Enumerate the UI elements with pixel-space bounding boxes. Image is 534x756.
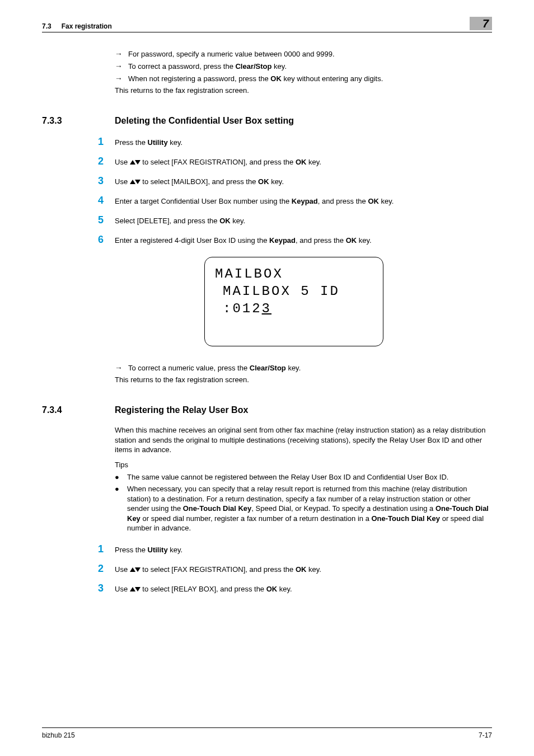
triangle-down-icon: [135, 180, 140, 184]
step-733-2: 2 Use to select [FAX REGISTRATION], and …: [115, 156, 492, 167]
triangle-down-icon: [135, 160, 140, 165]
section-heading-733: 7.3.3 Deleting the Confidential User Box…: [115, 116, 492, 126]
bullet-dot-icon: ●: [115, 472, 127, 482]
step-number: 3: [98, 583, 115, 594]
step-number: 6: [98, 234, 115, 246]
tips-bullets: ● The same value cannot be registered be…: [115, 472, 492, 533]
section-heading-734: 7.3.4 Registering the Relay User Box: [115, 405, 492, 415]
step-number: 2: [98, 156, 115, 167]
step-number: 3: [98, 175, 115, 187]
bullet-dot-icon: ●: [115, 484, 127, 533]
tip-bullet-1: ● The same value cannot be registered be…: [115, 472, 492, 482]
intro-bullet-2: → To correct a password, press the Clear…: [115, 62, 492, 71]
intro-bullet-3: → When not registering a password, press…: [115, 74, 492, 83]
arrow-icon: →: [115, 363, 123, 372]
step-number: 5: [98, 214, 115, 226]
step-734-1: 1 Press the Utility key.: [115, 543, 492, 555]
arrow-icon: →: [115, 74, 123, 83]
step-number: 2: [98, 563, 115, 575]
intro-text-2: To correct a password, press the Clear/S…: [128, 62, 492, 71]
arrow-icon: →: [115, 49, 123, 58]
step-number: 1: [98, 543, 115, 555]
section-734-intro-para: When this machine receives an original s…: [115, 425, 492, 455]
header-section-title: Fax registration: [62, 22, 112, 30]
intro-return-text: This returns to the fax registration scr…: [115, 86, 492, 95]
step-number: 1: [98, 136, 115, 148]
intro-text-1: For password, specify a numeric value be…: [128, 50, 492, 58]
section-title-734: Registering the Relay User Box: [115, 405, 248, 415]
lcd-line-1: MAILBOX: [215, 265, 373, 283]
tip-bullet-2: ● When necessary, you can specify that a…: [115, 484, 492, 533]
chapter-badge: 7: [470, 17, 492, 30]
triangle-down-icon: [135, 587, 140, 591]
triangle-down-icon: [135, 567, 140, 572]
post-lcd-plain: This returns to the fax registration scr…: [115, 375, 492, 384]
header-section-number: 7.3: [42, 22, 51, 30]
footer-left: bizhub 215: [42, 731, 75, 739]
step-number: 4: [98, 195, 115, 206]
step-733-6: 6 Enter a registered 4-digit User Box ID…: [115, 234, 492, 246]
intro-bullet-1: → For password, specify a numeric value …: [115, 49, 492, 58]
step-733-5: 5 Select [DELETE], and press the OK key.: [115, 214, 492, 226]
section-title-733: Deleting the Confidential User Box setti…: [115, 116, 294, 126]
page-header: 7.3 Fax registration: [42, 22, 492, 32]
section-number-734: 7.3.4: [42, 405, 115, 415]
intro-text-3: When not registering a password, press t…: [128, 74, 492, 83]
lcd-line-2: MAILBOX 5 ID: [215, 283, 373, 300]
step-733-3: 3 Use to select [MAILBOX], and press the…: [115, 175, 492, 187]
step-734-3: 3 Use to select [RELAY BOX], and press t…: [115, 583, 492, 594]
tips-label: Tips: [115, 461, 492, 469]
step-734-2: 2 Use to select [FAX REGISTRATION], and …: [115, 563, 492, 575]
post-lcd-arrow: → To correct a numeric value, press the …: [115, 363, 492, 372]
chapter-number: 7: [483, 17, 489, 30]
section-number-733: 7.3.3: [42, 116, 115, 126]
lcd-line-3: :0123: [215, 300, 373, 317]
lcd-display: MAILBOX MAILBOX 5 ID :0123: [204, 257, 383, 346]
arrow-icon: →: [115, 62, 123, 71]
page-footer: bizhub 215 7-17: [42, 727, 492, 739]
step-733-1: 1 Press the Utility key.: [115, 136, 492, 148]
footer-right: 7-17: [479, 731, 492, 739]
step-733-4: 4 Enter a target Confidential User Box n…: [115, 195, 492, 206]
